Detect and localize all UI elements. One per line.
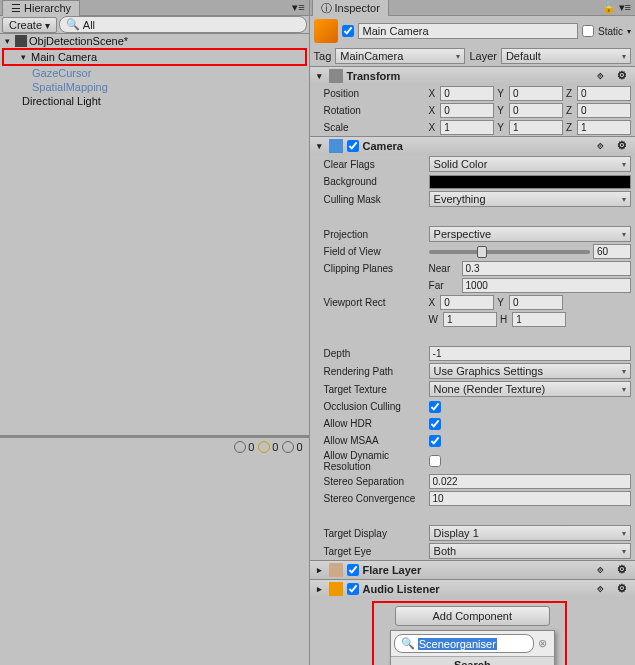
tree-item-spatial-mapping[interactable]: SpatialMapping <box>0 80 309 94</box>
help-icon[interactable]: ⟐ <box>597 563 611 577</box>
search-icon: 🔍 <box>66 18 80 31</box>
near-input[interactable] <box>462 261 631 276</box>
gear-icon[interactable]: ⚙ <box>617 582 631 596</box>
far-input[interactable] <box>462 278 631 293</box>
audio-enable-checkbox[interactable] <box>347 583 359 595</box>
target-tex-label: Target Texture <box>314 384 429 395</box>
status-errors[interactable]: 0 <box>234 441 254 453</box>
tree-scene-item[interactable]: ▾ObjDetectionScene* <box>0 34 309 48</box>
target-eye-dropdown[interactable]: Both <box>429 543 631 559</box>
clipping-label: Clipping Planes <box>314 263 429 274</box>
viewport-y-input[interactable] <box>509 295 563 310</box>
info-icon <box>282 441 294 453</box>
clear-flags-dropdown[interactable]: Solid Color <box>429 156 631 172</box>
camera-header[interactable]: ▾Camera⟐⚙ <box>310 137 635 155</box>
gear-icon[interactable]: ⚙ <box>617 69 631 83</box>
foldout-icon[interactable]: ▾ <box>18 52 29 63</box>
audio-icon <box>329 582 343 596</box>
tree-item-directional-light[interactable]: Directional Light <box>0 94 309 108</box>
depth-label: Depth <box>314 348 429 359</box>
msaa-checkbox[interactable] <box>429 435 441 447</box>
gear-icon[interactable]: ⚙ <box>617 563 631 577</box>
background-color-field[interactable] <box>429 175 631 189</box>
status-warnings[interactable]: 0 <box>258 441 278 453</box>
background-label: Background <box>314 176 429 187</box>
dynres-checkbox[interactable] <box>429 455 441 467</box>
occlusion-label: Occlusion Culling <box>314 401 429 412</box>
viewport-h-input[interactable] <box>512 312 566 327</box>
help-icon[interactable]: ⟐ <box>597 582 611 596</box>
rot-y-input[interactable] <box>509 103 563 118</box>
flare-enable-checkbox[interactable] <box>347 564 359 576</box>
stereo-conv-input[interactable] <box>429 491 631 506</box>
tag-label: Tag <box>314 50 332 62</box>
scale-x-input[interactable] <box>440 120 494 135</box>
target-eye-label: Target Eye <box>314 546 429 557</box>
help-icon[interactable]: ⟐ <box>597 139 611 153</box>
msaa-label: Allow MSAA <box>314 435 429 446</box>
rot-z-input[interactable] <box>577 103 631 118</box>
help-icon[interactable]: ⟐ <box>597 69 611 83</box>
position-label: Position <box>314 88 429 99</box>
unity-icon <box>15 35 27 47</box>
gameobject-icon[interactable] <box>314 19 338 43</box>
scale-y-input[interactable] <box>509 120 563 135</box>
status-messages[interactable]: 0 <box>282 441 302 453</box>
gameobject-name-input[interactable] <box>358 23 578 39</box>
layer-dropdown[interactable]: Default <box>501 48 631 64</box>
fov-label: Field of View <box>314 246 429 257</box>
warning-icon <box>258 441 270 453</box>
scale-z-input[interactable] <box>577 120 631 135</box>
fov-slider[interactable] <box>429 250 590 254</box>
projection-label: Projection <box>314 229 429 240</box>
target-disp-dropdown[interactable]: Display 1 <box>429 525 631 541</box>
pos-x-input[interactable] <box>440 86 494 101</box>
flare-layer-header[interactable]: ▸Flare Layer⟐⚙ <box>310 561 635 579</box>
pos-y-input[interactable] <box>509 86 563 101</box>
dynres-label: Allow Dynamic Resolution <box>314 450 429 472</box>
panel-menu-icon[interactable]: 🔒 ▾≡ <box>598 1 635 14</box>
panel-menu-icon[interactable]: ▾≡ <box>288 1 308 14</box>
occlusion-checkbox[interactable] <box>429 401 441 413</box>
rotation-label: Rotation <box>314 105 429 116</box>
static-checkbox[interactable] <box>582 25 594 37</box>
stereo-sep-label: Stereo Separation <box>314 476 429 487</box>
depth-input[interactable] <box>429 346 631 361</box>
audio-listener-header[interactable]: ▸Audio Listener⟐⚙ <box>310 580 635 598</box>
clear-flags-label: Clear Flags <box>314 159 429 170</box>
rot-x-input[interactable] <box>440 103 494 118</box>
hierarchy-tab[interactable]: ☰Hierarchy <box>2 0 80 16</box>
inspector-tab[interactable]: ⓘInspector <box>312 0 389 17</box>
active-checkbox[interactable] <box>342 25 354 37</box>
culling-dropdown[interactable]: Everything <box>429 191 631 207</box>
render-path-label: Rendering Path <box>314 366 429 377</box>
static-label: Static <box>598 26 623 37</box>
fov-input[interactable] <box>593 244 631 259</box>
pos-z-input[interactable] <box>577 86 631 101</box>
error-icon <box>234 441 246 453</box>
stereo-sep-input[interactable] <box>429 474 631 489</box>
hierarchy-search-input[interactable]: 🔍All <box>59 16 307 33</box>
flare-icon <box>329 563 343 577</box>
transform-header[interactable]: ▾Transform⟐⚙ <box>310 67 635 85</box>
viewport-x-input[interactable] <box>440 295 494 310</box>
hdr-checkbox[interactable] <box>429 418 441 430</box>
culling-label: Culling Mask <box>314 194 429 205</box>
layer-label: Layer <box>469 50 497 62</box>
gear-icon[interactable]: ⚙ <box>617 139 631 153</box>
projection-dropdown[interactable]: Perspective <box>429 226 631 242</box>
create-button[interactable]: Create ▾ <box>2 17 57 33</box>
tree-item-main-camera[interactable]: ▾Main Camera <box>2 48 307 66</box>
target-tex-field[interactable]: None (Render Texture) <box>429 381 631 397</box>
transform-icon <box>329 69 343 83</box>
stereo-conv-label: Stereo Convergence <box>314 493 429 504</box>
viewport-w-input[interactable] <box>443 312 497 327</box>
camera-icon <box>329 139 343 153</box>
tree-item-gaze-cursor[interactable]: GazeCursor <box>0 66 309 80</box>
render-path-dropdown[interactable]: Use Graphics Settings <box>429 363 631 379</box>
hierarchy-tree[interactable]: ▾ObjDetectionScene* ▾Main Camera GazeCur… <box>0 34 309 435</box>
viewport-label: Viewport Rect <box>314 297 429 308</box>
tag-dropdown[interactable]: MainCamera <box>335 48 465 64</box>
foldout-icon[interactable]: ▾ <box>2 36 13 47</box>
camera-enable-checkbox[interactable] <box>347 140 359 152</box>
